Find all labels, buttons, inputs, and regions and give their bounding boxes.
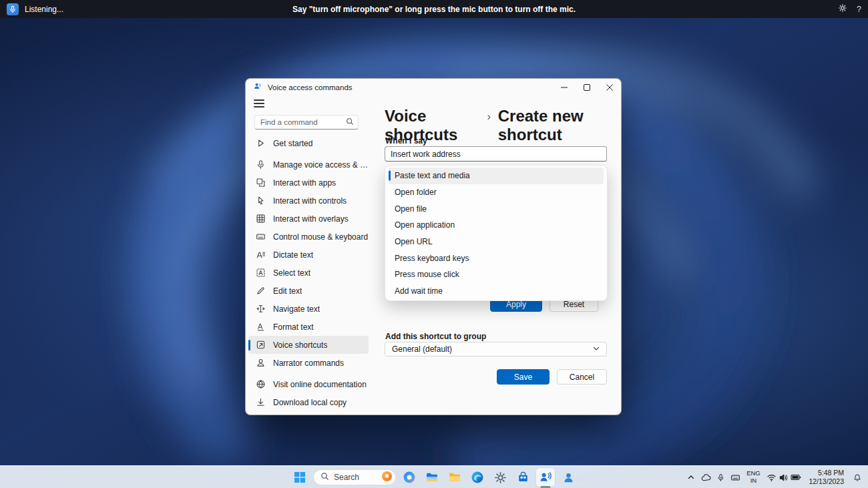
- menu-item-press-mouse-click[interactable]: Press mouse click: [389, 266, 604, 283]
- sidebar-item-label: Narrator commands: [273, 358, 344, 368]
- close-button[interactable]: [598, 79, 621, 96]
- menu-item-label: Paste text and media: [395, 171, 470, 180]
- sidebar-item-control-mouse-keyboard[interactable]: Control mouse & keyboard: [248, 228, 369, 246]
- shortcut-icon: [255, 340, 266, 350]
- sidebar-item-interact-with-overlays[interactable]: Interact with overlays: [248, 210, 369, 228]
- menu-button[interactable]: [254, 99, 264, 108]
- breadcrumb-chevron-icon: ›: [487, 111, 490, 123]
- start-button[interactable]: [290, 468, 309, 487]
- sidebar-item-label: Navigate text: [273, 304, 320, 314]
- keyboard-icon[interactable]: [728, 469, 742, 486]
- sidebar-item-manage-voice-access-mic[interactable]: Manage voice access & mic: [248, 156, 369, 174]
- tray-status-icons[interactable]: [764, 472, 804, 483]
- people-icon[interactable]: [559, 468, 578, 487]
- menu-item-paste-text-and-media[interactable]: Paste text and media: [389, 168, 604, 184]
- battery-icon: [791, 472, 801, 483]
- sidebar-item-label: Download local copy: [273, 398, 347, 407]
- cancel-button[interactable]: Cancel: [557, 369, 607, 385]
- sidebar-list: Get started Manage voice access & mic In…: [248, 134, 369, 372]
- sidebar-item-navigate-text[interactable]: Navigate text: [248, 300, 369, 318]
- overlay-icon: [255, 214, 266, 224]
- voice-access-mic-icon[interactable]: [7, 3, 19, 15]
- sidebar-item-download-local-copy[interactable]: Download local copy: [248, 393, 369, 411]
- copilot-icon[interactable]: [400, 468, 419, 487]
- volume-icon: [779, 473, 789, 483]
- mic-icon[interactable]: [713, 469, 728, 486]
- sidebar-item-edit-text[interactable]: Edit text: [248, 282, 369, 300]
- sidebar-item-select-text[interactable]: Select text: [248, 264, 369, 282]
- navigate-icon: [255, 304, 266, 314]
- menu-item-open-file[interactable]: Open file: [389, 200, 604, 217]
- menu-item-add-wait-time[interactable]: Add wait time: [389, 283, 604, 300]
- system-tray: ENG IN 5:48 PM 12/13/2023: [684, 466, 866, 488]
- voice-access-app-icon: [253, 81, 262, 93]
- voice-commands-window: Voice access commands: [245, 78, 622, 415]
- menu-item-press-keyboard-keys[interactable]: Press keyboard keys: [389, 250, 604, 266]
- sidebar-item-narrator-commands[interactable]: Narrator commands: [248, 354, 369, 372]
- menu-item-open-folder[interactable]: Open folder: [389, 184, 604, 201]
- window-titlebar: Voice access commands: [246, 79, 621, 96]
- menu-item-label: Open application: [395, 220, 455, 230]
- maximize-button[interactable]: [576, 79, 598, 96]
- clock[interactable]: 5:48 PM 12/13/2023: [805, 469, 848, 486]
- play-icon: [255, 138, 266, 149]
- desktop: Listening... Say "turn off microphone" o…: [0, 0, 868, 488]
- chevron-up-icon[interactable]: [684, 469, 698, 486]
- voice-access-icon[interactable]: [536, 468, 555, 487]
- menu-item-label: Open file: [395, 204, 427, 214]
- taskbar: Search ENG IN 5:48 PM 12/13/2023: [0, 465, 868, 488]
- sidebar-item-label: Voice shortcuts: [273, 340, 327, 350]
- menu-item-open-url[interactable]: Open URL: [389, 234, 604, 250]
- narrator-icon: [255, 358, 266, 369]
- sidebar-item-label: Interact with overlays: [273, 214, 349, 224]
- command-search-input[interactable]: [260, 118, 346, 126]
- file-explorer-icon[interactable]: [423, 468, 441, 487]
- sidebar-item-label: Interact with controls: [273, 196, 347, 206]
- sidebar-item-dictate-text[interactable]: Dictate text: [248, 246, 369, 264]
- command-search[interactable]: [254, 115, 359, 130]
- window-title: Voice access commands: [268, 83, 353, 91]
- search-icon: [346, 116, 354, 128]
- sidebar-item-label: Get started: [273, 139, 312, 148]
- voice-settings-gear-icon[interactable]: [838, 3, 847, 15]
- sidebar-item-interact-with-controls[interactable]: Interact with controls: [248, 192, 369, 210]
- cloud-icon[interactable]: [698, 469, 713, 486]
- taskbar-search[interactable]: Search: [313, 469, 396, 485]
- settings-icon[interactable]: [491, 468, 509, 487]
- selection-accent: [248, 340, 250, 350]
- action-dropdown-menu: Paste text and media Open folder Open fi…: [385, 165, 608, 301]
- voice-status: Listening...: [25, 5, 63, 14]
- notification-bell-icon[interactable]: [849, 469, 866, 486]
- selection-accent: [389, 171, 391, 181]
- group-select-value: General (default): [392, 344, 452, 354]
- group-label: Add this shortcut to group: [385, 332, 486, 341]
- group-select[interactable]: General (default): [385, 342, 607, 356]
- tray-time: 5:48 PM: [809, 469, 844, 477]
- sidebar-item-visit-online-documentation[interactable]: Visit online documentation: [248, 375, 369, 393]
- search-highlights-icon[interactable]: [381, 471, 393, 485]
- save-button[interactable]: Save: [497, 369, 550, 385]
- tray-left-icons: [684, 469, 742, 486]
- voice-access-bar: Listening... Say "turn off microphone" o…: [0, 0, 868, 18]
- voice-help-icon[interactable]: ?: [857, 5, 861, 14]
- chevron-down-icon: [593, 344, 600, 354]
- sidebar-item-label: Format text: [273, 322, 314, 332]
- sidebar-item-format-text[interactable]: Format text: [248, 318, 369, 336]
- menu-item-open-application[interactable]: Open application: [389, 217, 604, 234]
- menu-item-label: Press keyboard keys: [395, 254, 469, 263]
- menu-item-label: Open URL: [395, 237, 433, 246]
- when-i-say-input[interactable]: [385, 146, 607, 162]
- taskbar-search-label: Search: [334, 473, 377, 482]
- folder-icon[interactable]: [445, 468, 464, 487]
- language-indicator[interactable]: ENG IN: [743, 470, 763, 485]
- voice-hint: Say "turn off microphone" or long press …: [292, 5, 576, 14]
- store-icon[interactable]: [513, 468, 532, 487]
- minimize-button[interactable]: [553, 79, 576, 96]
- page-title: Create new shortcut: [498, 107, 621, 144]
- search-icon: [320, 471, 329, 483]
- sidebar-item-voice-shortcuts[interactable]: Voice shortcuts: [248, 336, 369, 354]
- sidebar-item-interact-with-apps[interactable]: Interact with apps: [248, 174, 369, 192]
- globe-icon: [255, 379, 266, 390]
- sidebar-item-get-started[interactable]: Get started: [248, 134, 369, 152]
- edge-icon[interactable]: [468, 468, 487, 487]
